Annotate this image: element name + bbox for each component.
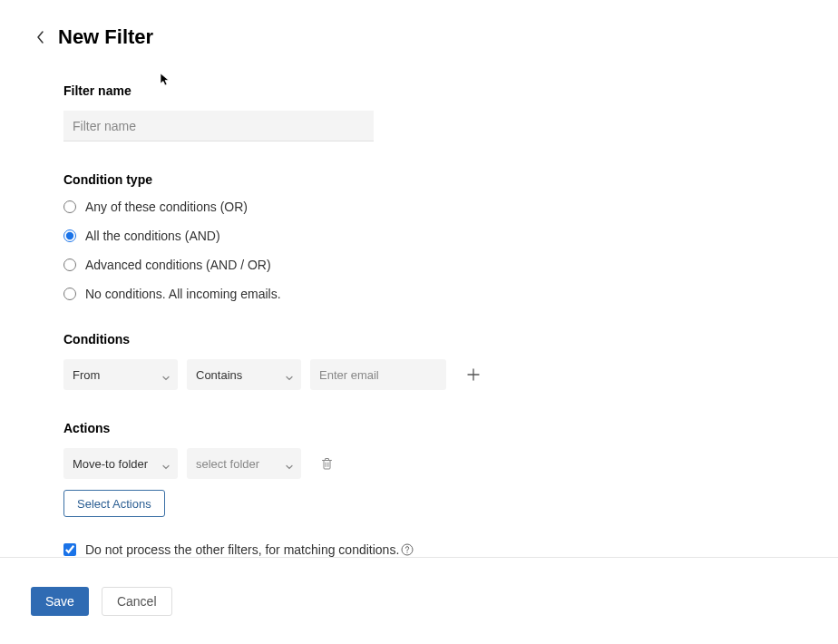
page-title: New Filter bbox=[58, 25, 153, 49]
filter-name-label: Filter name bbox=[63, 83, 838, 98]
radio-or[interactable] bbox=[63, 200, 76, 213]
back-icon[interactable] bbox=[33, 29, 49, 45]
stop-processing-label: Do not process the other filters, for ma… bbox=[85, 542, 399, 557]
svg-point-1 bbox=[407, 552, 408, 553]
condition-operator-select[interactable]: Contains bbox=[187, 359, 301, 390]
chevron-down-icon bbox=[162, 371, 170, 378]
action-target-value: select folder bbox=[196, 457, 259, 471]
radio-option-and[interactable]: All the conditions (AND) bbox=[63, 229, 838, 243]
chevron-down-icon bbox=[162, 460, 170, 467]
radio-none[interactable] bbox=[63, 288, 76, 300]
condition-field-value: From bbox=[73, 368, 100, 382]
actions-label: Actions bbox=[63, 421, 838, 435]
delete-action-icon[interactable] bbox=[316, 453, 337, 474]
condition-operator-value: Contains bbox=[196, 368, 242, 382]
condition-type-radio-group: Any of these conditions (OR) All the con… bbox=[63, 200, 838, 301]
chevron-down-icon bbox=[286, 460, 293, 467]
radio-option-none[interactable]: No conditions. All incoming emails. bbox=[63, 287, 838, 301]
chevron-down-icon bbox=[286, 371, 293, 378]
radio-or-label: Any of these conditions (OR) bbox=[85, 200, 248, 214]
add-condition-icon[interactable] bbox=[463, 364, 484, 385]
condition-type-label: Condition type bbox=[63, 172, 838, 187]
radio-and[interactable] bbox=[63, 229, 76, 242]
save-button[interactable]: Save bbox=[31, 587, 89, 616]
radio-option-or[interactable]: Any of these conditions (OR) bbox=[63, 200, 838, 214]
footer: Save Cancel bbox=[0, 557, 838, 644]
condition-value-input[interactable] bbox=[310, 359, 446, 390]
action-target-select[interactable]: select folder bbox=[187, 448, 301, 479]
condition-row: From Contains bbox=[63, 359, 838, 390]
radio-none-label: No conditions. All incoming emails. bbox=[85, 287, 281, 301]
action-type-value: Move-to folder bbox=[73, 457, 148, 471]
stop-processing-checkbox-row[interactable]: Do not process the other filters, for ma… bbox=[63, 542, 838, 557]
condition-field-select[interactable]: From bbox=[63, 359, 178, 390]
radio-advanced[interactable] bbox=[63, 259, 76, 271]
help-icon[interactable] bbox=[401, 543, 414, 556]
filter-name-input[interactable] bbox=[63, 111, 374, 141]
radio-and-label: All the conditions (AND) bbox=[85, 229, 220, 243]
action-type-select[interactable]: Move-to folder bbox=[63, 448, 178, 479]
actions-row: Move-to folder select folder bbox=[63, 448, 838, 479]
radio-advanced-label: Advanced conditions (AND / OR) bbox=[85, 258, 271, 272]
stop-processing-checkbox[interactable] bbox=[63, 543, 76, 556]
radio-option-advanced[interactable]: Advanced conditions (AND / OR) bbox=[63, 258, 838, 272]
conditions-label: Conditions bbox=[63, 332, 838, 346]
cancel-button[interactable]: Cancel bbox=[102, 587, 172, 616]
select-actions-button[interactable]: Select Actions bbox=[63, 490, 165, 517]
